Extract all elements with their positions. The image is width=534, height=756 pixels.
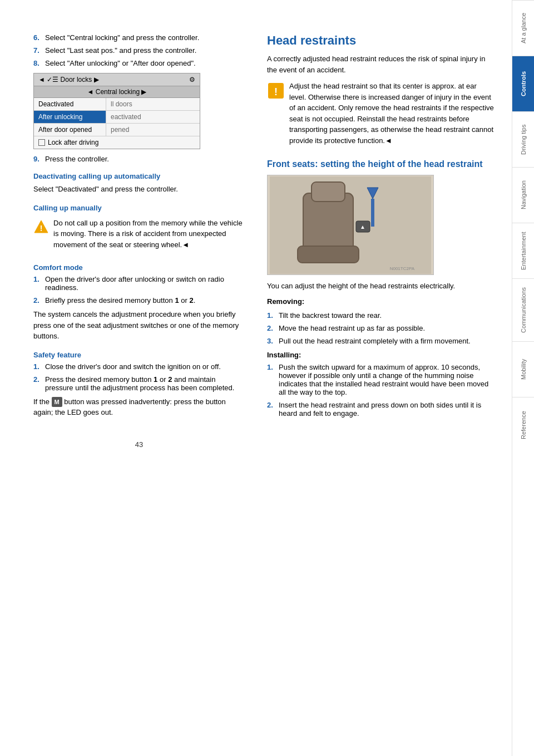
removing-step-1-num: 1.: [267, 311, 276, 320]
comfort-text: The system cancels the adjustment proced…: [33, 309, 245, 342]
installing-step-2: 2. Insert the head restraint and press d…: [267, 401, 495, 418]
removing-step-3-num: 3.: [267, 337, 276, 345]
sidebar-tab-communications[interactable]: Communications: [512, 278, 534, 341]
removing-step-2: 2. Move the head restraint up as far as …: [267, 324, 495, 332]
comfort-mode-heading: Comfort mode: [33, 263, 245, 272]
installing-step-2-text: Insert the head restraint and press down…: [279, 401, 495, 418]
safety-heading: Safety feature: [33, 351, 245, 359]
calling-manually-warning-block: ! Do not call up a position from the mem…: [33, 218, 245, 255]
door-locks-eactivated: eactivated: [106, 111, 200, 123]
head-restraint-image: ▲ N001TC2PA: [267, 175, 434, 275]
settings-icon: ⚙: [189, 76, 195, 84]
step-6: 6. Select "Central locking" and press th…: [33, 33, 245, 42]
sidebar-tab-reference[interactable]: Reference: [512, 397, 534, 453]
door-locks-deactivated: Deactivated: [34, 98, 106, 110]
installing-step-1-num: 1.: [267, 363, 276, 396]
step-8-text: Select "After unlocking" or "After door …: [45, 59, 245, 67]
door-locks-row-3: After door opened pened: [34, 124, 200, 136]
svg-text:!: !: [40, 224, 43, 233]
step-9-num: 9.: [33, 155, 42, 163]
sidebar: At a glance Controls Driving tips Naviga…: [512, 0, 534, 756]
calling-manually-warning-text: Do not call up a position from the memor…: [53, 218, 245, 251]
door-locks-pened: pened: [106, 124, 200, 136]
lock-after-driving-label: Lock after driving: [48, 139, 98, 146]
height-text: You can adjust the height of the head re…: [267, 281, 495, 292]
step-8-num: 8.: [33, 59, 42, 67]
safety-footer: If the M button was pressed inadvertentl…: [33, 396, 245, 418]
svg-text:N001TC2PA: N001TC2PA: [390, 266, 415, 271]
calling-manually-heading: Calling up manually: [33, 204, 245, 212]
sidebar-tab-navigation[interactable]: Navigation: [512, 167, 534, 223]
door-locks-footer: Lock after driving: [34, 136, 200, 149]
safety-step-1-num: 1.: [33, 362, 42, 371]
left-column: 6. Select "Central locking" and press th…: [33, 33, 245, 734]
step-7-text: Select "Last seat pos." and press the co…: [45, 46, 245, 55]
removing-step-2-text: Move the head restraint up as far as pos…: [279, 324, 495, 332]
removing-step-3: 3. Pull out the head restraint completel…: [267, 337, 495, 345]
sidebar-tab-mobility[interactable]: Mobility: [512, 341, 534, 397]
removing-steps: 1. Tilt the backrest toward the rear. 2.…: [267, 311, 495, 345]
door-locks-after-door-opened: After door opened: [34, 124, 106, 136]
door-locks-row-2: After unlocking eactivated: [34, 111, 200, 124]
page-number: 43: [135, 440, 143, 449]
svg-rect-7: [312, 182, 345, 202]
seat-illustration: ▲ N001TC2PA: [270, 176, 431, 274]
right-column: Head restraints A correctly adjusted hea…: [261, 33, 495, 734]
head-restraints-intro: A correctly adjusted head restraint redu…: [267, 53, 495, 75]
step-9-text: Press the controller.: [45, 155, 245, 163]
head-restraints-warning-text: Adjust the head restraint so that its ce…: [289, 81, 495, 146]
door-locks-ui: ◄ ✓☰ Door locks ▶ ⚙ ◄ Central locking ▶ …: [33, 73, 200, 149]
door-locks-row-1: Deactivated ll doors: [34, 98, 200, 111]
removing-step-3-text: Pull out the head restraint completely w…: [279, 337, 495, 345]
step-9: 9. Press the controller.: [33, 155, 245, 163]
svg-text:▲: ▲: [360, 224, 365, 230]
door-locks-title: ◄ ✓☰ Door locks ▶: [38, 76, 99, 84]
removing-step-1: 1. Tilt the backrest toward the rear.: [267, 311, 495, 320]
lock-after-driving-checkbox: [38, 139, 45, 146]
door-locks-all-doors: ll doors: [106, 98, 200, 110]
safety-step-2-num: 2.: [33, 375, 42, 392]
comfort-step-2: 2. Briefly press the desired memory butt…: [33, 296, 245, 305]
removing-step-2-num: 2.: [267, 324, 276, 332]
head-restraints-heading: Head restraints: [267, 33, 495, 48]
sidebar-tab-controls[interactable]: Controls: [512, 56, 534, 111]
comfort-step-1-text: Open the driver's door after unlocking o…: [45, 275, 245, 292]
sidebar-tab-entertainment[interactable]: Entertainment: [512, 223, 534, 278]
installing-step-1: 1. Push the switch upward for a maximum …: [267, 363, 495, 396]
memory-icon: M: [52, 397, 62, 408]
removing-step-1-text: Tilt the backrest toward the rear.: [279, 311, 495, 320]
comfort-step-2-num: 2.: [33, 296, 42, 305]
svg-rect-9: [371, 199, 374, 227]
installing-label: Installing:: [267, 350, 495, 361]
svg-rect-6: [298, 246, 359, 263]
step-6-num: 6.: [33, 33, 42, 42]
installing-steps: 1. Push the switch upward for a maximum …: [267, 363, 495, 418]
comfort-step-2-text: Briefly press the desired memory button …: [45, 296, 245, 305]
step-6-text: Select "Central locking" and press the c…: [45, 33, 245, 42]
safety-step-1: 1. Close the driver's door and switch th…: [33, 362, 245, 371]
installing-step-1-text: Push the switch upward for a maximum of …: [279, 363, 495, 396]
sidebar-tab-at-a-glance[interactable]: At a glance: [512, 0, 534, 56]
step-8: 8. Select "After unlocking" or "After do…: [33, 59, 245, 67]
svg-rect-5: [303, 193, 353, 254]
steps-6-8: 6. Select "Central locking" and press th…: [33, 33, 245, 67]
safety-step-2-text: Press the desired memory button 1 or 2 a…: [45, 375, 245, 392]
comfort-step-1: 1. Open the driver's door after unlockin…: [33, 275, 245, 292]
door-locks-sub-header: ◄ Central locking ▶: [34, 86, 200, 98]
deactivating-text: Select "Deactivated" and press the contr…: [33, 184, 245, 195]
head-restraints-warning-block: ! Adjust the head restraint so that its …: [267, 81, 495, 150]
step-7-num: 7.: [33, 46, 42, 55]
deactivating-heading: Deactivating calling up automatically: [33, 172, 245, 180]
safety-step-1-text: Close the driver's door and switch the i…: [45, 362, 245, 371]
svg-text:!: !: [274, 86, 278, 97]
door-locks-header: ◄ ✓☰ Door locks ▶ ⚙: [34, 73, 200, 86]
warning-triangle-icon: !: [33, 219, 49, 234]
safety-step-2: 2. Press the desired memory button 1 or …: [33, 375, 245, 392]
sidebar-tab-driving-tips[interactable]: Driving tips: [512, 111, 534, 167]
comfort-step-1-num: 1.: [33, 275, 42, 292]
step-7: 7. Select "Last seat pos." and press the…: [33, 46, 245, 55]
removing-label: Removing:: [267, 296, 495, 307]
front-seats-heading: Front seats: setting the height of the h…: [267, 159, 495, 169]
installing-step-2-num: 2.: [267, 401, 276, 418]
door-locks-after-unlocking: After unlocking: [34, 111, 106, 123]
